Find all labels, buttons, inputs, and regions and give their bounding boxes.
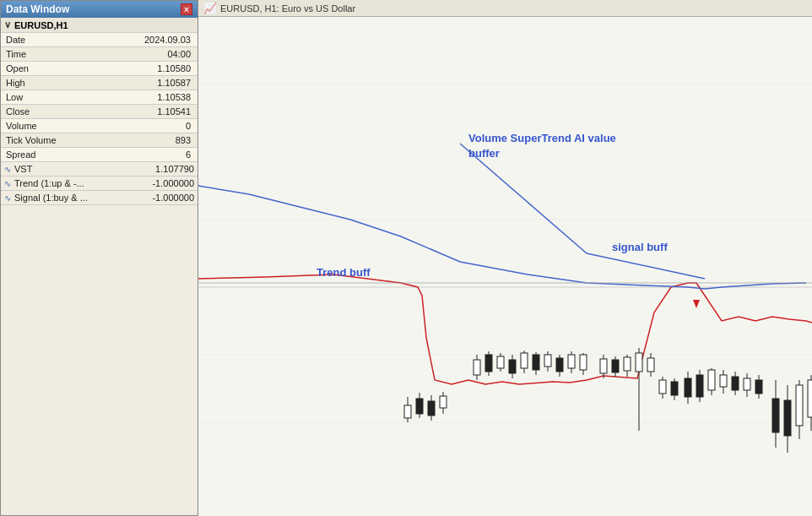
indicator-value: -1.000000: [127, 193, 194, 203]
table-row: Spread6: [1, 148, 198, 162]
table-row: Tick Volume893: [1, 133, 198, 148]
row-value: 1.10541: [101, 105, 198, 119]
svg-rect-48: [647, 358, 654, 372]
symbol-row: ∨ EURUSD,H1: [1, 18, 198, 33]
data-table: Date2024.09.03Time04:00Open1.10580High1.…: [1, 33, 198, 162]
svg-rect-66: [784, 400, 791, 436]
row-value: 2024.09.03: [101, 33, 198, 47]
svg-rect-16: [428, 401, 435, 416]
row-label: Tick Volume: [1, 133, 101, 148]
indicator-icon: ∿: [4, 165, 11, 174]
svg-rect-24: [497, 356, 504, 368]
data-window-titlebar: Data Window ×: [1, 1, 198, 18]
indicator-value: 1.107790: [127, 164, 194, 174]
svg-rect-72: [659, 380, 666, 394]
svg-rect-46: [636, 353, 642, 372]
table-row: Close1.10541: [1, 105, 198, 119]
svg-rect-28: [521, 353, 528, 368]
svg-rect-54: [708, 370, 715, 390]
data-window: Data Window × ∨ EURUSD,H1 Date2024.09.03…: [0, 0, 198, 516]
indicator-rows: ∿ VST 1.107790 ∿ Trend (1:up & -... -1.0…: [1, 162, 198, 205]
row-label: Date: [1, 33, 101, 47]
svg-rect-14: [416, 399, 423, 414]
svg-rect-42: [612, 360, 619, 372]
row-value: 1.10538: [101, 90, 198, 105]
row-value: 1.10587: [101, 76, 198, 90]
chart-titlebar: 📈 EURUSD, H1: Euro vs US Dollar: [198, 0, 812, 17]
table-row: Time04:00: [1, 47, 198, 62]
svg-rect-32: [544, 355, 551, 367]
svg-rect-60: [744, 378, 750, 390]
svg-rect-30: [533, 355, 539, 370]
svg-rect-50: [685, 378, 691, 397]
table-row: Low1.10538: [1, 90, 198, 105]
indicator-name: VST: [14, 164, 127, 174]
chart-icon: 📈: [203, 2, 217, 14]
indicator-row: ∿ Trend (1:up & -... -1.000000: [1, 177, 198, 191]
indicator-icon: ∿: [4, 179, 11, 188]
table-row: Volume0: [1, 119, 198, 133]
indicator-row: ∿ VST 1.107790: [1, 162, 198, 177]
row-value: 6: [101, 148, 198, 162]
row-label: Volume: [1, 119, 101, 133]
svg-rect-64: [772, 399, 779, 432]
row-label: Spread: [1, 148, 101, 162]
svg-rect-74: [671, 382, 678, 395]
indicator-value: -1.000000: [127, 178, 194, 188]
row-label: High: [1, 76, 101, 90]
close-button[interactable]: ×: [181, 3, 192, 15]
svg-rect-52: [696, 375, 703, 397]
symbol-arrow: ∨: [4, 19, 11, 30]
table-row: Date2024.09.03: [1, 33, 198, 47]
table-row: High1.10587: [1, 76, 198, 90]
svg-rect-12: [404, 405, 411, 418]
indicator-row: ∿ Signal (1:buy & ... -1.000000: [1, 191, 198, 205]
svg-rect-68: [796, 385, 803, 426]
svg-rect-20: [474, 360, 480, 375]
row-value: 893: [101, 133, 198, 148]
svg-rect-22: [485, 355, 492, 372]
chart-area: 📈 EURUSD, H1: Euro vs US Dollar Volume S…: [198, 0, 812, 516]
svg-rect-56: [720, 375, 727, 387]
row-label: Low: [1, 90, 101, 105]
chart-title: EURUSD, H1: Euro vs US Dollar: [220, 3, 355, 14]
row-value: 1.10580: [101, 62, 198, 76]
indicator-icon: ∿: [4, 193, 11, 203]
indicator-name: Trend (1:up & -...: [14, 178, 127, 188]
row-label: Time: [1, 47, 101, 62]
svg-rect-0: [198, 17, 812, 516]
svg-rect-40: [600, 359, 607, 373]
chart-canvas: Volume SuperTrend AI valuebuffer signal …: [198, 17, 812, 516]
main-layout: Data Window × ∨ EURUSD,H1 Date2024.09.03…: [0, 0, 812, 516]
indicator-name: Signal (1:buy & ...: [14, 193, 127, 203]
symbol-label: EURUSD,H1: [14, 20, 68, 30]
data-window-title: Data Window: [6, 3, 69, 15]
row-label: Close: [1, 105, 101, 119]
svg-rect-36: [568, 355, 575, 368]
svg-rect-62: [755, 380, 762, 394]
data-window-content: ∨ EURUSD,H1 Date2024.09.03Time04:00Open1…: [1, 18, 198, 515]
svg-rect-26: [509, 360, 516, 373]
svg-rect-44: [624, 357, 631, 371]
row-value: 04:00: [101, 47, 198, 62]
row-value: 0: [101, 119, 198, 133]
svg-rect-34: [556, 358, 563, 372]
svg-rect-18: [440, 396, 447, 408]
table-row: Open1.10580: [1, 62, 198, 76]
svg-rect-58: [732, 377, 739, 390]
row-label: Open: [1, 62, 101, 76]
svg-rect-70: [808, 380, 812, 417]
svg-rect-38: [580, 355, 587, 370]
chart-svg: [198, 17, 812, 516]
